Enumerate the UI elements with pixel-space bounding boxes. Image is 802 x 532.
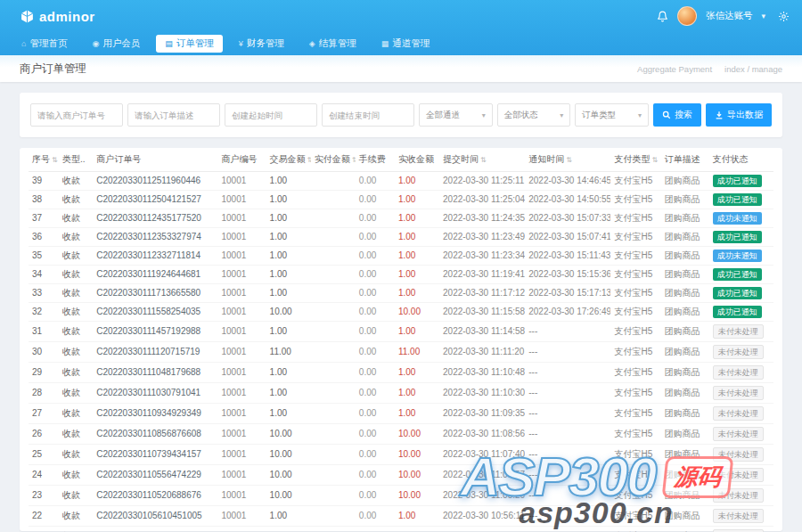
cell-submit-time: 2022-03-30 11:07:40 xyxy=(439,445,525,465)
column-header: 商户订单号 xyxy=(93,148,217,172)
merchant-order-no-input[interactable] xyxy=(30,103,123,127)
sort-icon[interactable]: ⇅ xyxy=(651,156,658,164)
cell-fee: 0.00 xyxy=(356,228,395,247)
cell-type: 收款 xyxy=(59,506,93,527)
sort-icon[interactable]: ⇅ xyxy=(352,156,356,164)
sort-icon[interactable]: ⇅ xyxy=(307,156,311,164)
notification-bell-icon[interactable] xyxy=(657,11,668,22)
chevron-down-icon: ▾ xyxy=(560,111,563,119)
settings-gear-icon[interactable] xyxy=(778,11,790,22)
cell-received-amount: 1.00 xyxy=(395,363,439,383)
cell-order-desc: 团购商品 xyxy=(661,303,709,322)
cell-trade-amount: 1.00 xyxy=(266,404,311,424)
cell-merchant-order-no: C20220330111457192988 xyxy=(93,322,217,342)
cell-fee: 0.00 xyxy=(356,247,395,266)
cell-order-desc: 团购商品 xyxy=(661,191,709,209)
cell-submit-time: 2022-03-30 11:24:35 xyxy=(439,209,525,228)
status-badge: 未付未处理 xyxy=(713,345,764,359)
cell-type: 收款 xyxy=(59,209,93,228)
column-header[interactable]: 支付类型⇅ xyxy=(610,148,660,172)
breadcrumb[interactable]: index / manage xyxy=(724,64,782,74)
nav-item-label: 管理首页 xyxy=(29,37,67,50)
cell-pay-type: 支付宝H5 xyxy=(610,247,660,266)
nav-item-订单管理[interactable]: ▤订单管理 xyxy=(156,35,223,53)
cell-submit-time: 2022-03-30 11:25:11 xyxy=(439,172,525,191)
home-icon: ⌂ xyxy=(21,39,26,48)
cell-paid-amount xyxy=(311,191,356,209)
cell-merchant-no: 10001 xyxy=(217,172,266,191)
cell-trade-amount: 1.00 xyxy=(266,247,311,266)
cell-order-desc: 团购商品 xyxy=(661,322,709,342)
cell-received-amount: 1.00 xyxy=(395,284,439,303)
nav-item-管理首页[interactable]: ⌂管理首页 xyxy=(12,35,76,53)
cell-submit-time: 2022-03-30 10:56:11 xyxy=(439,506,525,527)
search-icon xyxy=(662,110,671,119)
cell-type: 收款 xyxy=(59,342,93,363)
cell-order-desc: 团购商品 xyxy=(661,247,709,266)
cell-paid-amount xyxy=(311,383,356,404)
user-menu-caret-icon[interactable]: ▾ xyxy=(761,12,765,20)
cell-fee: 0.00 xyxy=(356,404,395,424)
status-badge: 成功未通知 xyxy=(713,250,762,262)
cell-order-desc: 团购商品 xyxy=(661,506,709,527)
cell-pay-type: 支付宝H5 xyxy=(610,342,660,363)
select-value: 全部通道 xyxy=(426,110,460,121)
user-name[interactable]: 张信达账号 xyxy=(706,10,753,22)
cell-order-desc: 团购商品 xyxy=(661,209,709,228)
column-header[interactable]: 通知时间⇅ xyxy=(525,148,610,172)
logo-text: adminor xyxy=(39,9,95,24)
user-avatar[interactable] xyxy=(677,6,697,26)
chevron-down-icon: ▾ xyxy=(482,111,486,119)
cell-merchant-order-no: C20220330111924644681 xyxy=(93,266,217,284)
export-data-button[interactable]: 导出数据 xyxy=(706,103,772,127)
status-select[interactable]: 全部状态▾ xyxy=(497,103,571,127)
cell-merchant-no: 10001 xyxy=(217,303,266,322)
nav-item-财务管理[interactable]: ¥财务管理 xyxy=(230,35,293,53)
order-desc-input[interactable] xyxy=(127,103,220,127)
cell-serial: 35 xyxy=(29,247,59,266)
cell-trade-amount: 1.00 xyxy=(266,191,311,209)
channel-select[interactable]: 全部通道▾ xyxy=(419,103,493,127)
end-time-input[interactable] xyxy=(322,103,414,127)
column-header[interactable]: 提交时间⇅ xyxy=(439,148,525,172)
cell-pay-status: 成功已通知 xyxy=(709,191,773,209)
nav-item-通道管理[interactable]: ▦通道管理 xyxy=(372,35,439,53)
cell-paid-amount xyxy=(311,266,356,284)
column-header[interactable]: 交易金额⇅ xyxy=(266,148,311,172)
cell-received-amount: 1.00 xyxy=(395,383,439,404)
sort-icon[interactable]: ⇅ xyxy=(52,156,58,164)
table-row: 34收款C20220330111924644681100011.000.001.… xyxy=(29,266,773,284)
status-badge: 未付未处理 xyxy=(713,509,764,523)
cell-merchant-order-no: C20220330105537932437 xyxy=(93,527,217,532)
column-header[interactable]: 序号⇅ xyxy=(29,148,59,172)
nav-item-label: 订单管理 xyxy=(176,37,214,50)
column-header[interactable]: 实付金额⇅ xyxy=(311,148,356,172)
cell-notify-time: --- xyxy=(525,465,610,486)
cell-submit-time: 2022-03-30 11:08:56 xyxy=(439,424,525,445)
nav-item-结算管理[interactable]: ◈结算管理 xyxy=(300,35,365,53)
cell-serial: 33 xyxy=(29,284,59,303)
title-bar: 商户订单管理 Aggregate Payment index / manage xyxy=(0,55,802,82)
start-time-input[interactable] xyxy=(225,103,317,127)
cell-notify-time: --- xyxy=(525,424,610,445)
cell-pay-status: 成功已通知 xyxy=(709,228,773,247)
cell-fee: 0.00 xyxy=(356,303,395,322)
sort-icon[interactable]: ⇅ xyxy=(480,156,487,164)
sort-icon[interactable]: ⇅ xyxy=(566,156,572,164)
finance-icon: ¥ xyxy=(239,39,243,48)
search-button[interactable]: 搜索 xyxy=(653,103,701,127)
order-type-select[interactable]: 订单类型▾ xyxy=(575,103,649,127)
cell-pay-type: 支付宝H5 xyxy=(610,228,660,247)
nav-item-用户会员[interactable]: ◉用户会员 xyxy=(83,35,149,53)
cell-submit-time: 2022-03-30 11:05:57 xyxy=(439,465,525,486)
cell-notify-time: --- xyxy=(525,445,610,465)
cell-paid-amount xyxy=(311,228,356,247)
cell-trade-amount: 1.00 xyxy=(266,172,311,191)
cell-notify-time: --- xyxy=(525,506,610,527)
cell-serial: 39 xyxy=(29,172,59,191)
cell-submit-time: 2022-03-30 11:05:20 xyxy=(439,486,525,506)
top-header: adminor 张信达账号 ▾ ⌂管理首页◉用户会员 xyxy=(0,0,802,55)
nav-item-label: 结算管理 xyxy=(319,37,356,50)
column-header: 支付状态 xyxy=(709,148,773,172)
cell-serial: 30 xyxy=(29,342,59,363)
